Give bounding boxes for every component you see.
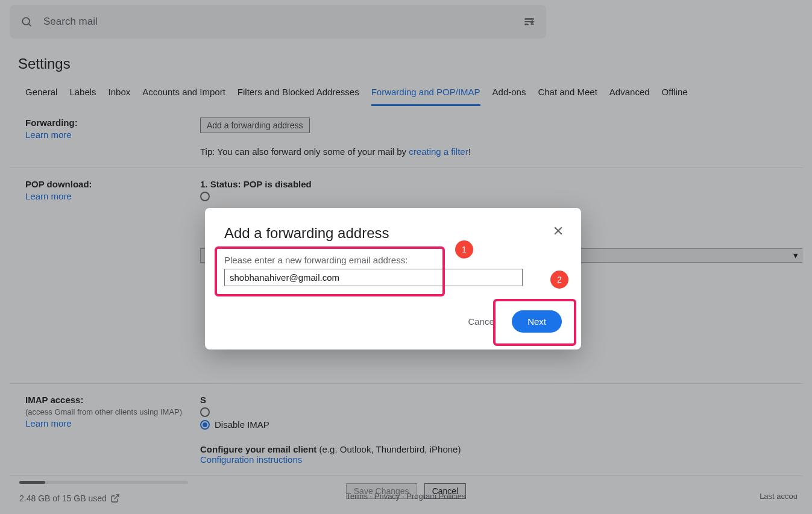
modal-prompt: Please enter a new forwarding email addr… xyxy=(224,255,562,265)
add-forwarding-modal: Add a forwarding address Please enter a … xyxy=(205,208,581,349)
modal-overlay: Add a forwarding address Please enter a … xyxy=(0,0,812,514)
modal-title: Add a forwarding address xyxy=(224,225,562,242)
forwarding-email-input[interactable] xyxy=(224,269,523,286)
close-icon[interactable] xyxy=(550,222,567,239)
modal-next-button[interactable]: Next xyxy=(512,310,562,333)
modal-cancel-button[interactable]: Cancel xyxy=(468,316,496,327)
